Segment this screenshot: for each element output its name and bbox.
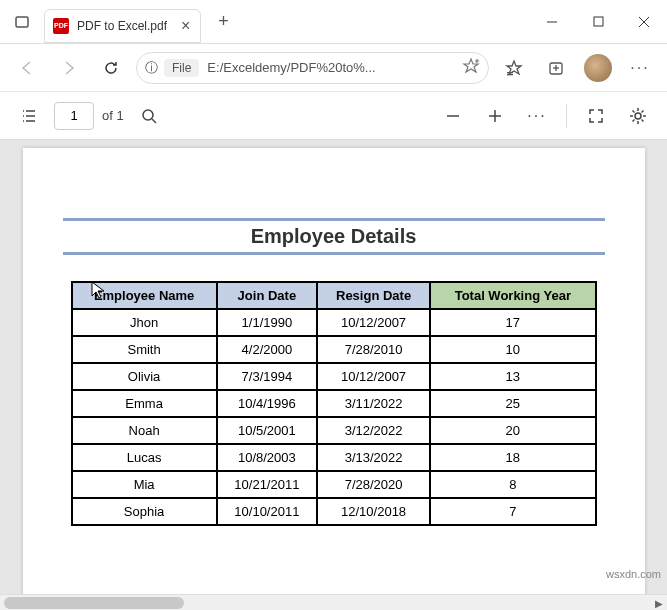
scroll-right-button[interactable]: ▶ (651, 595, 667, 610)
url-scheme-label: File (164, 59, 199, 77)
col-resign-date: Resign Date (317, 282, 430, 309)
page-count-label: of 1 (102, 108, 124, 123)
new-tab-button[interactable]: + (207, 11, 239, 32)
table-cell: 10/10/2011 (217, 498, 317, 525)
back-button[interactable] (10, 51, 44, 85)
table-cell: 7/28/2010 (317, 336, 430, 363)
table-cell: 10 (430, 336, 595, 363)
zoom-out-button[interactable] (436, 99, 470, 133)
collections-button[interactable] (539, 51, 573, 85)
table-cell: 4/2/2000 (217, 336, 317, 363)
cursor-icon (91, 281, 107, 301)
address-bar[interactable]: ⓘ File E:/Exceldemy/PDF%20to%... (136, 52, 489, 84)
svg-line-29 (642, 119, 644, 121)
tab-actions-button[interactable] (0, 0, 44, 44)
svg-line-30 (642, 110, 644, 112)
col-join-date: Join Date (217, 282, 317, 309)
table-cell: Sophia (72, 498, 217, 525)
pdf-viewer[interactable]: Employee Details Employee Name Join Date… (0, 140, 667, 610)
table-row: Lucas10/8/20033/13/202218 (72, 444, 596, 471)
browser-toolbar: ⓘ File E:/Exceldemy/PDF%20to%... ··· (0, 44, 667, 92)
find-button[interactable] (132, 99, 166, 133)
pdf-toolbar: of 1 ··· (0, 92, 667, 140)
fit-page-button[interactable] (579, 99, 613, 133)
table-cell: Olivia (72, 363, 217, 390)
svg-rect-2 (594, 17, 603, 26)
profile-button[interactable] (581, 51, 615, 85)
table-cell: 25 (430, 390, 595, 417)
table-cell: Emma (72, 390, 217, 417)
minus-icon (445, 108, 461, 124)
table-header-row: Employee Name Join Date Resign Date Tota… (72, 282, 596, 309)
browser-tab[interactable]: PDF PDF to Excel.pdf × (44, 9, 201, 43)
collections-icon (547, 59, 565, 77)
star-icon (505, 59, 523, 77)
zoom-in-button[interactable] (478, 99, 512, 133)
arrow-right-icon (60, 59, 78, 77)
window-controls (529, 0, 667, 44)
table-cell: 18 (430, 444, 595, 471)
table-cell: 1/1/1990 (217, 309, 317, 336)
tab-close-button[interactable]: × (181, 17, 190, 35)
table-cell: 7 (430, 498, 595, 525)
url-path: E:/Exceldemy/PDF%20to%... (207, 60, 375, 75)
table-row: Mia10/21/20117/28/20208 (72, 471, 596, 498)
table-cell: Jhon (72, 309, 217, 336)
tab-square-icon (14, 14, 30, 30)
window-titlebar: PDF PDF to Excel.pdf × + (0, 0, 667, 44)
contents-button[interactable] (12, 99, 46, 133)
forward-button[interactable] (52, 51, 86, 85)
table-cell: 10/8/2003 (217, 444, 317, 471)
svg-rect-7 (507, 72, 513, 73)
more-icon: ··· (630, 59, 649, 77)
refresh-button[interactable] (94, 51, 128, 85)
maximize-button[interactable] (575, 0, 621, 44)
table-cell: 10/21/2011 (217, 471, 317, 498)
table-cell: 20 (430, 417, 595, 444)
pdf-page: Employee Details Employee Name Join Date… (23, 148, 645, 610)
table-row: Emma10/4/19963/11/202225 (72, 390, 596, 417)
add-favorite-icon[interactable] (462, 57, 480, 78)
col-total-working-year: Total Working Year (430, 282, 595, 309)
table-cell: 10/5/2001 (217, 417, 317, 444)
pdf-settings-button[interactable] (621, 99, 655, 133)
horizontal-scrollbar[interactable]: ▶ (0, 594, 667, 610)
table-cell: 17 (430, 309, 595, 336)
table-cell: Noah (72, 417, 217, 444)
table-cell: 13 (430, 363, 595, 390)
plus-icon (487, 108, 503, 124)
menu-button[interactable]: ··· (623, 51, 657, 85)
favorites-button[interactable] (497, 51, 531, 85)
scrollbar-thumb[interactable] (4, 597, 184, 609)
minimize-icon (546, 16, 558, 28)
table-row: Olivia7/3/199410/12/200713 (72, 363, 596, 390)
svg-point-23 (635, 113, 641, 119)
tab-title: PDF to Excel.pdf (77, 19, 167, 33)
svg-rect-8 (507, 74, 513, 75)
table-row: Noah10/5/20013/12/202220 (72, 417, 596, 444)
table-cell: Lucas (72, 444, 217, 471)
more-tools-button[interactable]: ··· (520, 99, 554, 133)
pdf-file-icon: PDF (53, 18, 69, 34)
table-cell: 10/12/2007 (317, 363, 430, 390)
table-cell: 3/12/2022 (317, 417, 430, 444)
table-cell: 10/4/1996 (217, 390, 317, 417)
arrow-left-icon (18, 59, 36, 77)
minimize-button[interactable] (529, 0, 575, 44)
toolbar-divider (566, 104, 567, 128)
table-container: Employee Name Join Date Resign Date Tota… (71, 281, 597, 526)
info-icon: ⓘ (145, 59, 158, 77)
table-cell: 7/3/1994 (217, 363, 317, 390)
search-icon (140, 107, 158, 125)
table-cell: 3/13/2022 (317, 444, 430, 471)
svg-point-18 (143, 110, 153, 120)
table-row: Jhon1/1/199010/12/200717 (72, 309, 596, 336)
svg-line-19 (152, 119, 156, 123)
close-window-button[interactable] (621, 0, 667, 44)
table-row: Sophia10/10/201112/10/20187 (72, 498, 596, 525)
watermark: wsxdn.com (606, 568, 661, 580)
table-cell: Smith (72, 336, 217, 363)
page-number-input[interactable] (54, 102, 94, 130)
list-icon (20, 107, 38, 125)
close-icon (638, 16, 650, 28)
